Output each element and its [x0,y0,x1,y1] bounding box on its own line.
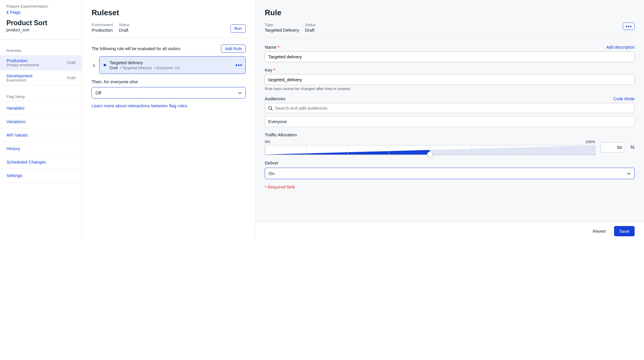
name-input[interactable] [265,51,635,62]
rule-card-status: Draft [109,66,118,70]
deliver-select[interactable]: On [265,168,635,179]
rule-card-audience: Everyone: On [156,66,180,70]
audience-search[interactable] [265,103,635,113]
rule-type-label: Type [265,23,299,27]
ruleset-item-development[interactable]: Development Environment Draft [0,70,82,86]
traffic-label: Traffic Allocation [265,132,635,137]
ruleset-desc: Environment [6,78,32,82]
rule-type-value: Targeted Delivery [265,28,299,33]
key-input[interactable] [265,74,635,85]
flag-setup-list: Variables Variations API Values History … [0,101,82,182]
audience-search-input[interactable] [275,106,631,111]
setup-item-settings[interactable]: Settings [0,169,82,182]
name-label: Name * [265,45,279,50]
deliver-label: Deliver [265,160,635,165]
rule-card[interactable]: Targeted delivery Draft • Targeted Deliv… [99,56,246,74]
status-value: Draft [119,28,130,33]
flag-title: Product Sort [6,19,75,27]
chevron-left-icon [6,11,9,14]
rule-card-type: Targeted Delivery [122,66,152,70]
chevron-down-icon [627,171,631,176]
traffic-min-label: 0% [265,140,270,144]
audiences-label: Audiences [265,96,285,101]
traffic-input[interactable] [601,142,625,152]
setup-item-scheduled-changes[interactable]: Scheduled Changes [0,155,82,169]
key-help-text: Rule keys cannot be changed after they'r… [265,86,635,91]
flag-setup-section-label: Flag Setup [0,86,82,101]
traffic-max-label: 100% [586,140,595,144]
sidebar: Feature Experimentation Flags Product So… [0,0,82,240]
sidebar-subtitle: Feature Experimentation [6,4,75,9]
ruleset-desc: Primary environment [6,63,39,67]
code-mode-link[interactable]: Code Mode [613,96,635,101]
rulesets-section-label: Rulesets [0,40,82,55]
slider-handle[interactable] [427,152,433,157]
revert-button[interactable]: Revert [590,226,609,236]
ruleset-status: Draft [67,60,75,65]
back-to-flags-link[interactable]: Flags [6,10,21,15]
required-note: * Required field [265,184,635,189]
rule-card-more-icon[interactable]: ••• [235,62,242,69]
rule-status-value: Draft [305,28,316,33]
svg-line-1 [271,109,272,110]
else-label: Then, for everyone else [92,79,246,84]
traffic-slider[interactable] [265,145,595,155]
ruleset-heading: Ruleset [92,8,246,17]
key-label: Key * [265,67,275,72]
status-dot-icon [104,64,106,66]
rulesets-list: Production Primary environment Draft Dev… [0,55,82,86]
ruleset-status: Draft [67,76,75,80]
ruleset-name: Development [6,73,32,78]
ruleset-panel: Ruleset Environment Production Status Dr… [82,0,255,240]
env-label: Environment [92,23,113,27]
setup-item-api-values[interactable]: API Values [0,128,82,142]
rule-intro-text: The following rule will be evaluated for… [92,46,181,51]
deliver-value: On [269,171,274,176]
setup-item-history[interactable]: History [0,142,82,155]
env-value: Production [92,28,113,33]
rule-panel: Rule Type Targeted Delivery Status Draft… [255,0,644,240]
flag-key: product_sort [6,28,75,32]
setup-item-variations[interactable]: Variations [0,115,82,128]
rule-heading: Rule [265,8,635,17]
percent-sign: % [630,145,635,150]
learn-more-link[interactable]: Learn more about interactions between fl… [92,103,188,108]
add-rule-button[interactable]: Add Rule [221,45,246,53]
ruleset-name: Production [6,58,39,63]
run-button[interactable]: Run [230,24,246,33]
audience-everyone-chip[interactable]: Everyone [265,116,635,127]
setup-item-variables[interactable]: Variables [0,101,82,115]
rule-more-button[interactable]: ••• [623,23,635,30]
back-link-label: Flags [10,10,21,15]
chevron-down-icon [238,91,242,95]
status-label: Status [119,23,130,27]
ruleset-item-production[interactable]: Production Primary environment Draft [0,55,82,70]
rule-index: 1 [92,63,95,68]
rule-card-title: Targeted delivery [109,60,180,65]
save-button[interactable]: Save [614,226,635,236]
rule-status-label: Status [305,23,316,27]
else-select[interactable]: Off [92,87,246,99]
search-icon [268,106,273,111]
rule-card-subtitle: Draft • Targeted Delivery • Everyone: On [109,66,180,70]
add-description-link[interactable]: Add description [606,45,635,50]
else-select-value: Off [95,90,101,95]
footer-bar: Revert Save [255,222,644,240]
